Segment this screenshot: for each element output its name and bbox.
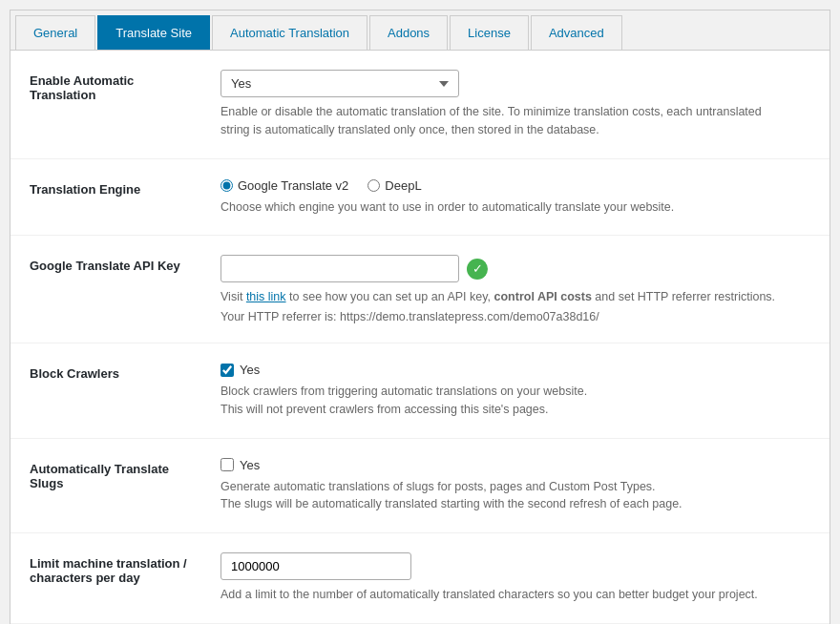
block-crawlers-checkbox[interactable] (220, 364, 234, 377)
radio-google-translate-label: Google Translate v2 (238, 178, 348, 193)
api-key-description: Visit this link to see how you can set u… (220, 288, 791, 306)
radio-deepl-input[interactable] (368, 179, 380, 192)
limit-machine-translation-label: Limit machine translation / characters p… (10, 552, 220, 585)
block-crawlers-field: Yes Block crawlers from triggering autom… (220, 363, 810, 419)
limit-machine-translation-description: Add a limit to the number of automatical… (220, 586, 791, 604)
block-crawlers-description: Block crawlers from triggering automatic… (220, 383, 791, 419)
tab-general[interactable]: General (15, 15, 95, 50)
api-key-valid-icon: ✓ (467, 259, 488, 280)
api-key-desc-end: and set HTTP referrer restrictions. (592, 290, 775, 303)
translation-engine-row: Translation Engine Google Translate v2 D… (10, 159, 830, 237)
translation-engine-description: Choose which engine you want to use in o… (220, 198, 791, 217)
auto-translate-slugs-desc-line1: Generate automatic translations of slugs… (220, 478, 791, 496)
api-key-input-row: ✓ (220, 255, 791, 282)
block-crawlers-desc-line2: This will not prevent crawlers from acce… (220, 401, 791, 419)
block-crawlers-desc-line1: Block crawlers from triggering automatic… (220, 383, 791, 401)
radio-deepl[interactable]: DeepL (368, 178, 421, 193)
http-referrer-text: Your HTTP referrer is: https://demo.tran… (220, 310, 791, 323)
api-key-desc-before: Visit (220, 290, 246, 303)
limit-machine-translation-input[interactable] (220, 552, 411, 580)
radio-google-translate[interactable]: Google Translate v2 (220, 178, 348, 193)
translation-engine-label: Translation Engine (10, 178, 220, 197)
enable-automatic-translation-label: Enable Automatic Translation (10, 70, 220, 102)
block-crawlers-checkbox-label: Yes (240, 363, 260, 377)
limit-machine-translation-field: Add a limit to the number of automatical… (220, 552, 810, 604)
translation-engine-field: Google Translate v2 DeepL Choose which e… (220, 178, 810, 217)
google-api-key-label: Google Translate API Key (10, 255, 220, 273)
enable-automatic-translation-description: Enable or disable the automatic translat… (220, 103, 791, 139)
block-crawlers-row: Block Crawlers Yes Block crawlers from t… (10, 343, 830, 439)
auto-translate-slugs-checkbox-label: Yes (240, 458, 260, 472)
block-crawlers-checkbox-row[interactable]: Yes (220, 363, 791, 377)
google-api-key-input[interactable] (220, 255, 459, 282)
api-key-bold-text: control API costs (494, 290, 592, 303)
enable-automatic-translation-field: Yes No Enable or disable the automatic t… (220, 70, 810, 139)
tab-addons[interactable]: Addons (369, 15, 448, 50)
translation-engine-radio-group: Google Translate v2 DeepL (220, 178, 791, 193)
tab-automatic-translation[interactable]: Automatic Translation (212, 15, 368, 50)
block-crawlers-label: Block Crawlers (10, 363, 220, 381)
auto-translate-slugs-desc-line2: The slugs will be automatically translat… (220, 495, 791, 513)
tabs-bar: General Translate Site Automatic Transla… (10, 10, 830, 51)
radio-google-translate-input[interactable] (220, 179, 233, 192)
google-api-key-row: Google Translate API Key ✓ Visit this li… (10, 236, 830, 343)
radio-deepl-label: DeepL (385, 178, 421, 193)
google-api-key-field: ✓ Visit this link to see how you can set… (220, 255, 810, 323)
auto-translate-slugs-row: Automatically Translate Slugs Yes Genera… (10, 439, 830, 534)
auto-translate-slugs-description: Generate automatic translations of slugs… (220, 478, 791, 514)
auto-translate-slugs-checkbox-row[interactable]: Yes (220, 458, 791, 472)
enable-automatic-translation-row: Enable Automatic Translation Yes No Enab… (10, 51, 830, 159)
settings-container: General Translate Site Automatic Transla… (10, 10, 830, 624)
api-key-link[interactable]: this link (246, 290, 286, 303)
auto-translate-slugs-checkbox[interactable] (220, 458, 234, 471)
limit-machine-translation-row: Limit machine translation / characters p… (10, 533, 830, 624)
auto-translate-slugs-label: Automatically Translate Slugs (10, 458, 220, 490)
tab-advanced[interactable]: Advanced (531, 15, 622, 50)
tab-content: Enable Automatic Translation Yes No Enab… (10, 51, 830, 624)
tab-translate-site[interactable]: Translate Site (97, 15, 210, 50)
auto-translate-slugs-field: Yes Generate automatic translations of s… (220, 458, 810, 514)
enable-automatic-translation-select[interactable]: Yes No (220, 70, 459, 97)
tab-license[interactable]: License (450, 15, 529, 50)
api-key-desc-after: to see how you can set up an API key, (286, 290, 494, 303)
